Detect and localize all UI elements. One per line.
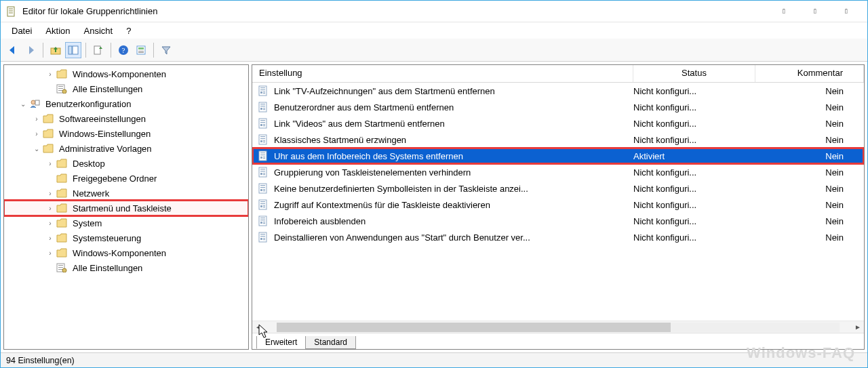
expander-open-icon[interactable]: ⌄ [18,100,28,108]
list-row[interactable]: Link "Videos" aus dem Startmenü entferne… [252,115,864,131]
tree-item-windows-komponenten[interactable]: ›Windows-Komponenten [4,66,248,81]
svg-rect-60 [263,173,265,173]
svg-rect-75 [260,218,265,218]
settings-icon [56,262,68,273]
list-row[interactable]: Klassisches Startmenü erzwingenNicht kon… [252,131,864,148]
row-comment-text: Nein [755,151,864,161]
svg-rect-11 [138,47,144,49]
menu-help[interactable]: ? [121,24,136,37]
tree-item-system[interactable]: ›System [4,216,248,230]
tree-item-benutzerkonfiguration[interactable]: ⌄Benutzerkonfiguration [4,96,248,111]
svg-rect-23 [58,267,63,268]
tab-standard[interactable]: Standard [305,336,356,349]
row-setting-text: Gruppierung von Taskleistenelementen ver… [274,167,633,178]
svg-rect-77 [260,222,262,224]
row-comment-text: Nein [755,200,864,210]
folder-icon [56,247,68,258]
export-list-button[interactable] [90,42,106,58]
svg-rect-0 [7,7,14,16]
row-status-text: Nicht konfiguri... [633,184,755,194]
svg-rect-13 [138,52,144,53]
svg-rect-34 [260,106,265,106]
svg-rect-10 [137,46,145,54]
policy-icon [258,150,270,161]
scroll-right-icon[interactable]: ► [852,323,864,331]
svg-rect-81 [260,234,265,234]
window-title: Editor für lokale Gruppenrichtlinien [22,6,157,16]
help-button[interactable]: ? [115,42,132,58]
column-header-status[interactable]: Status [633,65,755,82]
column-header-comment[interactable]: Kommentar [755,65,864,82]
menu-datei[interactable]: Datei [6,24,37,37]
tree-item-windows-komponenten[interactable]: ›Windows-Komponenten [4,245,248,260]
policy-icon [258,85,270,96]
svg-rect-12 [138,51,144,52]
list-row[interactable]: Zugriff auf Kontextmenüs für die Tasklei… [252,197,864,213]
svg-rect-65 [260,189,262,191]
tree-item-softwareeinstellungen[interactable]: ›Softwareeinstellungen [4,111,248,126]
list-body[interactable]: Link "TV-Aufzeichnungen" aus dem Startme… [252,83,864,321]
show-tree-button[interactable] [65,42,81,58]
list-row[interactable]: Link "TV-Aufzeichnungen" aus dem Startme… [252,83,864,99]
tree-item-alle-einstellungen[interactable]: Alle Einstellungen [4,81,248,96]
toolbar: ? [1,39,867,62]
row-comment-text: Nein [755,119,864,129]
tree-item-netzwerk[interactable]: ›Netzwerk [4,186,248,201]
back-button[interactable] [5,42,21,58]
folder-icon [42,113,54,124]
list-row[interactable]: Deinstallieren von Anwendungen aus "Star… [252,229,864,245]
tree-item-freigegebene-ordner[interactable]: Freigegebene Ordner [4,171,248,186]
svg-rect-40 [260,122,265,123]
expander-closed-icon[interactable]: › [45,249,56,257]
scroll-thumb[interactable] [277,323,671,332]
expander-closed-icon[interactable]: › [45,234,56,242]
close-button[interactable]:  [831,1,862,22]
expander-closed-icon[interactable]: › [45,205,56,212]
row-setting-text: Klassisches Startmenü erzwingen [274,135,633,145]
up-folder-button[interactable] [47,42,64,58]
column-header-setting[interactable]: Einstellung [252,65,633,82]
filter-button[interactable] [158,42,174,58]
svg-rect-59 [260,173,262,175]
menu-aktion[interactable]: Aktion [40,24,75,37]
svg-rect-30 [263,91,265,92]
svg-rect-42 [263,124,265,125]
expander-closed-icon[interactable]: › [45,190,56,197]
tree-item-systemsteuerung[interactable]: ›Systemsteuerung [4,230,248,245]
expander-closed-icon[interactable]: › [45,70,56,78]
expander-closed-icon[interactable]: › [31,130,42,138]
horizontal-scrollbar[interactable]: ◄ ► [252,321,864,333]
tree-item-label: Alle Einstellungen [71,83,144,95]
tree-item-administrative-vorlagen[interactable]: ⌄Administrative Vorlagen [4,141,248,156]
scroll-left-icon[interactable]: ◄ [252,323,264,331]
row-setting-text: Zugriff auf Kontextmenüs für die Tasklei… [274,200,633,210]
list-row[interactable]: Keine benutzerdefinierten Symbolleisten … [252,180,864,197]
svg-rect-63 [260,185,265,186]
tab-erweitert[interactable]: Erweitert [256,336,306,349]
svg-rect-70 [260,203,265,204]
properties-button[interactable] [133,42,149,58]
menu-ansicht[interactable]: Ansicht [79,24,119,37]
tree-pane[interactable]: ›Windows-KomponentenAlle Einstellungen⌄B… [3,64,249,350]
tree-item-startmen-und-taskleiste[interactable]: ›Startmenü und Taskleiste [4,201,248,216]
list-row[interactable]: Uhr aus dem Infobereich des Systems entf… [252,148,864,164]
expander-closed-icon[interactable]: › [31,115,42,123]
expander-open-icon[interactable]: ⌄ [31,145,42,152]
list-row[interactable]: Infobereich ausblendenNicht konfiguri...… [252,213,864,229]
list-row[interactable]: Benutzerordner aus dem Startmenü entfern… [252,99,864,115]
tree-item-windows-einstellungen[interactable]: ›Windows-Einstellungen [4,126,248,141]
policy-icon [258,183,270,194]
svg-point-19 [31,100,35,104]
row-setting-text: Infobereich ausblenden [274,216,633,226]
minimize-button[interactable]:  [768,1,800,22]
forward-button[interactable] [22,42,39,58]
tree-item-desktop[interactable]: ›Desktop [4,156,248,171]
svg-rect-31 [263,93,265,94]
svg-rect-71 [260,205,262,207]
tree-item-alle-einstellungen[interactable]: Alle Einstellungen [4,260,248,275]
expander-closed-icon[interactable]: › [45,220,56,227]
list-row[interactable]: Gruppierung von Taskleistenelementen ver… [252,164,864,180]
maximize-button[interactable]:  [800,1,831,22]
svg-rect-53 [260,157,262,159]
expander-closed-icon[interactable]: › [45,160,56,167]
